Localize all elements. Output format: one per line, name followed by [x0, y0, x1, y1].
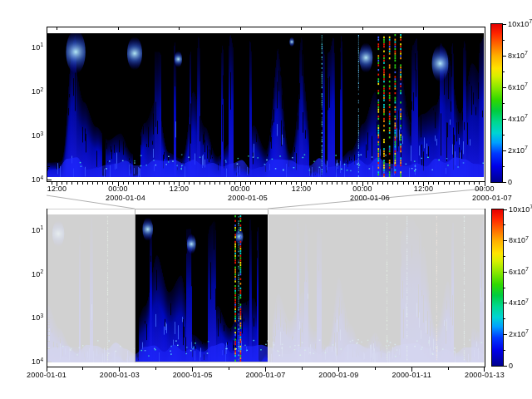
colorbar-minor-tick — [503, 71, 505, 72]
y-minor-tick — [47, 159, 50, 160]
x-minor-tick — [148, 182, 149, 185]
detail-spectrogram-plot — [47, 27, 485, 182]
y-minor-tick — [47, 71, 50, 71]
x-minor-tick — [82, 182, 83, 185]
x-minor-tick — [387, 182, 388, 185]
x-minor-tick — [382, 182, 383, 185]
colorbar-minor-tick — [504, 288, 505, 288]
colorbar-minor-tick — [503, 103, 505, 104]
x-minor-tick — [92, 182, 93, 185]
x-tick-label: 12:00 — [41, 185, 74, 193]
x-minor-tick — [275, 182, 276, 185]
colorbar-tick-label: 10x107 — [509, 205, 532, 214]
y-minor-tick — [47, 149, 50, 150]
colorbar-major-tick — [504, 209, 507, 210]
x-date-label: 2000-01-06 — [345, 194, 395, 202]
y-minor-tick — [47, 93, 50, 94]
colorbar-major-tick — [504, 272, 507, 273]
x-tick-label: 2000-01-13 — [460, 371, 510, 379]
x-date-label: 2000-01-05 — [223, 194, 273, 202]
x-minor-tick — [449, 182, 450, 185]
x-minor-tick — [82, 367, 83, 370]
colorbar-minor-tick — [504, 256, 505, 257]
x-major-tick-top — [301, 27, 302, 30]
x-tick-label: 12:00 — [285, 185, 318, 193]
dimmed-range-left — [47, 214, 135, 362]
y-tick-label: 101 — [18, 226, 43, 234]
x-minor-tick — [332, 182, 332, 185]
x-minor-tick — [322, 182, 323, 185]
colorbar-major-tick — [504, 240, 507, 241]
x-tick-label: 2000-01-05 — [168, 371, 218, 379]
x-minor-tick — [204, 182, 205, 185]
x-minor-tick — [448, 367, 449, 370]
exponent: 4 — [40, 175, 43, 180]
colorbar-major-tick — [503, 87, 506, 88]
colorbar-minor-tick — [503, 166, 505, 167]
exponent: 7 — [525, 298, 529, 303]
time-range-selection-box[interactable] — [135, 209, 268, 362]
x-minor-tick — [214, 182, 215, 185]
colorbar-major-tick — [503, 182, 506, 183]
exponent: 7 — [530, 18, 532, 24]
x-minor-tick — [200, 182, 200, 185]
colorbar-major-tick — [504, 303, 507, 303]
x-minor-tick — [153, 182, 154, 185]
x-minor-tick — [327, 182, 328, 185]
exponent: 7 — [525, 328, 529, 334]
hidden-top-border-left — [47, 209, 135, 209]
exponent: 7 — [525, 145, 528, 150]
colorbar-major-tick — [503, 150, 506, 151]
colorbar-tick-label: 8x107 — [509, 236, 532, 244]
colorbar-tick-label: 10x107 — [508, 20, 532, 28]
x-tick-label: 2000-01-03 — [95, 371, 145, 379]
y-tick-label: 102 — [18, 270, 43, 278]
y-minor-tick — [47, 49, 50, 50]
colorbar-major-tick — [504, 334, 507, 335]
x-minor-tick — [454, 182, 455, 185]
y-major-tick — [47, 47, 52, 48]
x-minor-tick — [444, 182, 445, 185]
y-minor-tick — [47, 142, 50, 143]
exponent: 7 — [525, 266, 529, 272]
colorbar-minor-tick — [504, 350, 505, 351]
x-tick-label: 00:00 — [101, 185, 135, 193]
x-minor-tick — [392, 182, 393, 185]
y-tick-label: 101 — [18, 43, 43, 52]
y-minor-tick — [47, 105, 50, 106]
dimmed-range-right — [268, 214, 485, 362]
x-minor-tick — [87, 182, 88, 185]
x-date-label: 2000-01-07 — [467, 194, 517, 202]
x-major-tick-top — [423, 27, 424, 30]
exponent: 7 — [525, 113, 528, 119]
y-minor-tick — [47, 98, 50, 99]
x-major-tick-top — [485, 27, 485, 30]
x-tick-label: 12:00 — [407, 185, 441, 193]
exponent: 3 — [40, 313, 43, 318]
x-tick-label: 00:00 — [468, 185, 501, 193]
y-minor-tick — [47, 65, 50, 66]
x-minor-tick — [302, 367, 303, 370]
x-minor-tick — [159, 182, 160, 185]
x-minor-tick — [459, 182, 460, 185]
colorbar-tick-label: 6x107 — [508, 83, 532, 91]
y-minor-tick — [47, 153, 50, 154]
hidden-top-border-right — [268, 209, 485, 209]
x-date-label: 2000-01-04 — [101, 194, 150, 202]
x-major-tick-top — [118, 27, 119, 30]
exponent: 2 — [40, 268, 43, 274]
y-tick-label: 102 — [18, 87, 43, 96]
y-minor-tick — [47, 140, 50, 140]
exponent: 4 — [40, 357, 43, 362]
colorbar-major-tick — [504, 366, 507, 367]
y-minor-tick — [47, 137, 50, 138]
y-minor-tick — [47, 145, 50, 146]
colorbar-tick-label: 0 — [509, 362, 532, 370]
colorbar-major-tick — [503, 56, 506, 57]
x-major-tick-top — [179, 27, 180, 30]
x-tick-label: 12:00 — [163, 185, 196, 193]
x-minor-tick — [260, 182, 261, 185]
y-tick-label: 104 — [18, 175, 43, 184]
y-major-tick — [47, 91, 52, 92]
x-tick-label: 2000-01-09 — [313, 371, 363, 379]
